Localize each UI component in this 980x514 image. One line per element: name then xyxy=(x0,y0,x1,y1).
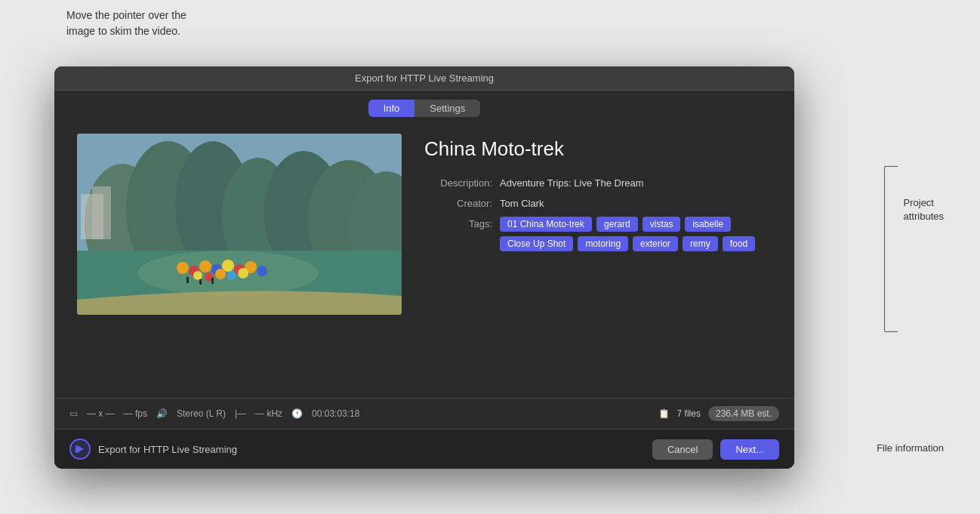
svg-rect-30 xyxy=(76,445,77,453)
video-thumbnail[interactable] xyxy=(77,134,402,315)
svg-point-21 xyxy=(193,271,202,280)
svg-point-23 xyxy=(215,269,226,279)
file-icon: 📋 xyxy=(658,408,670,419)
export-label: Export for HTTP Live Streaming xyxy=(98,444,237,455)
tooltip-line2: image to skim the video. xyxy=(66,23,186,39)
tag-item: food xyxy=(723,236,755,251)
tags-label: Tags: xyxy=(424,217,492,229)
tags-container: 01 China Moto-trekgerardvistasisabelleCl… xyxy=(500,217,772,251)
creator-row: Creator: Tom Clark xyxy=(424,196,772,209)
creator-label: Creator: xyxy=(424,196,492,209)
svg-point-24 xyxy=(227,271,236,280)
file-information-label: File information xyxy=(877,442,944,454)
dialog-title: Export for HTTP Live Streaming xyxy=(355,72,494,84)
tag-item: exterior xyxy=(633,236,678,251)
svg-rect-9 xyxy=(92,186,111,239)
tag-item: gerard xyxy=(596,217,638,232)
tag-item: remy xyxy=(683,236,718,251)
tab-bar: Info Settings xyxy=(54,91,794,126)
bracket-line xyxy=(884,166,898,332)
status-bar: ▭ — x — — fps 🔊 Stereo (L R) |— — kHz 🕐 … xyxy=(54,398,794,429)
duration-value: 00:03:03:18 xyxy=(312,408,359,419)
svg-marker-29 xyxy=(77,445,84,453)
status-right: 📋 7 files 236.4 MB est. xyxy=(658,406,779,421)
audio-icon: 🔊 xyxy=(156,408,168,419)
tag-item: 01 China Moto-trek xyxy=(500,217,592,232)
status-left: ▭ — x — — fps 🔊 Stereo (L R) |— — kHz 🕐 … xyxy=(69,408,359,419)
resolution-icon: ▭ xyxy=(69,408,78,419)
file-information-annotation: File information xyxy=(877,442,944,454)
bottom-left: Export for HTTP Live Streaming xyxy=(69,439,237,460)
svg-rect-27 xyxy=(199,279,202,285)
description-value: Adventure Trips: Live The Dream xyxy=(500,176,644,189)
tag-item: isabelle xyxy=(685,217,731,232)
main-content: China Moto-trek Description: Adventure T… xyxy=(54,126,794,337)
khz-separator: |— xyxy=(235,408,246,419)
svg-rect-28 xyxy=(211,278,214,284)
file-count: 7 files xyxy=(677,408,701,419)
tooltip: Move the pointer over the image to skim … xyxy=(66,8,186,39)
svg-point-15 xyxy=(199,260,211,272)
next-button[interactable]: Next... xyxy=(720,439,779,460)
tag-item: Close Up Shot xyxy=(500,236,573,251)
svg-point-13 xyxy=(177,262,189,274)
bottom-bar: Export for HTTP Live Streaming Cancel Ne… xyxy=(54,429,794,469)
project-info: China Moto-trek Description: Adventure T… xyxy=(424,134,772,259)
fps-value: — fps xyxy=(124,408,147,419)
clock-icon: 🕐 xyxy=(291,408,303,419)
resolution-value: — x — xyxy=(87,408,115,419)
file-size-badge: 236.4 MB est. xyxy=(708,406,779,421)
tooltip-line1: Move the pointer over the xyxy=(66,8,186,23)
play-icon xyxy=(69,439,91,460)
bottom-buttons: Cancel Next... xyxy=(652,439,779,460)
dialog-window: Export for HTTP Live Streaming Info Sett… xyxy=(54,66,794,469)
svg-point-20 xyxy=(257,266,267,276)
tab-info[interactable]: Info xyxy=(368,100,415,117)
svg-rect-26 xyxy=(186,277,189,283)
creator-value: Tom Clark xyxy=(500,196,544,209)
svg-point-25 xyxy=(238,268,248,279)
tag-item: motoring xyxy=(578,236,628,251)
project-attributes-annotation: Projectattributes xyxy=(884,159,944,332)
project-title: China Moto-trek xyxy=(424,137,772,161)
audio-value: Stereo (L R) xyxy=(177,408,226,419)
tags-row: Tags: 01 China Moto-trekgerardvistasisab… xyxy=(424,217,772,251)
project-attributes-label: Projectattributes xyxy=(904,196,944,223)
description-label: Description: xyxy=(424,176,492,189)
title-bar: Export for HTTP Live Streaming xyxy=(54,66,794,91)
description-row: Description: Adventure Trips: Live The D… xyxy=(424,176,772,189)
khz-value: — kHz xyxy=(255,408,282,419)
tag-item: vistas xyxy=(643,217,681,232)
cancel-button[interactable]: Cancel xyxy=(652,439,713,460)
tab-settings[interactable]: Settings xyxy=(414,100,480,117)
